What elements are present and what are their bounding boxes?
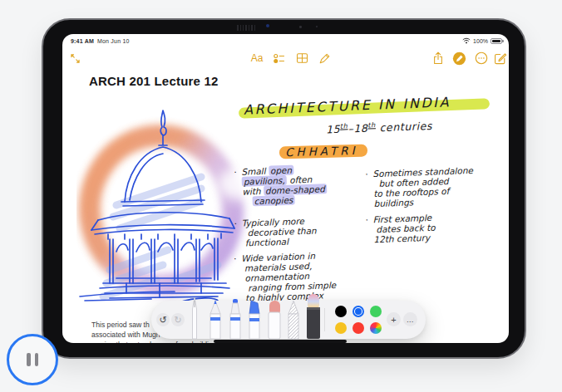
color-swatch-black[interactable]	[335, 306, 347, 317]
pause-icon	[27, 353, 31, 366]
markup-pen-icon	[318, 52, 331, 65]
note-title: ARCH 201 Lecture 12	[89, 74, 219, 88]
pause-icon	[35, 353, 39, 366]
table-button[interactable]	[294, 51, 309, 66]
status-time: 9:41 AM	[71, 38, 94, 44]
chhatri-sketch	[76, 107, 255, 306]
color-swatch-yellow[interactable]	[335, 322, 347, 334]
color-picker-rainbow[interactable]	[370, 322, 382, 334]
tool-highlighter[interactable]	[249, 301, 259, 339]
tool-monoline[interactable]	[230, 299, 240, 339]
bullet-decorative: · Typically more decorative than functio…	[241, 215, 317, 247]
color-swatch-green[interactable]	[370, 306, 382, 317]
checklist-icon	[273, 52, 285, 65]
battery-percent: 100%	[473, 38, 488, 44]
bullet-first-example: · First example dates back to 12th centu…	[372, 213, 436, 245]
share-icon	[432, 51, 444, 65]
color-swatch-blue-selected[interactable]	[352, 306, 364, 317]
bullet-standalone: · Sometimes standalone but often added t…	[372, 165, 474, 208]
home-indicator[interactable]	[214, 340, 347, 343]
front-camera	[266, 24, 269, 27]
add-tool-button[interactable]: +	[387, 312, 401, 326]
table-icon	[296, 52, 308, 64]
tool-lasso[interactable]	[288, 301, 298, 339]
undo-button[interactable]: ↺	[156, 313, 170, 326]
markup-button[interactable]	[317, 51, 332, 66]
note-subheading: 15th–18th centuries	[326, 120, 432, 136]
tool-eraser[interactable]	[269, 301, 280, 339]
sensor-dot	[316, 26, 318, 27]
share-button[interactable]	[431, 51, 446, 66]
status-date: Mon Jun 10	[97, 38, 130, 44]
tool-watercolor-crayon-selected[interactable]	[307, 294, 320, 339]
tool-pen[interactable]	[210, 300, 220, 339]
speaker-grille	[237, 25, 257, 31]
drawing-tool-palette: ↺ ↻	[151, 301, 426, 339]
wifi-icon	[462, 37, 471, 44]
pencil-active-button[interactable]	[451, 51, 466, 66]
format-icon: Aa	[251, 52, 264, 64]
checklist-button[interactable]	[271, 51, 286, 66]
more-options-button[interactable]	[474, 51, 489, 66]
notes-app-screen: 9:41 AMMon Jun 10 100% Aa	[62, 34, 509, 343]
text-format-button[interactable]: Aa	[249, 51, 264, 66]
undo-icon: ↺	[159, 315, 166, 326]
plus-icon: +	[391, 315, 396, 325]
pause-button[interactable]	[7, 334, 58, 385]
more-icon	[475, 51, 488, 65]
bullet-small-open-pavilions: · Small open pavilions, often with dome-…	[241, 164, 327, 207]
palette-more-button[interactable]: …	[403, 312, 417, 326]
redo-button[interactable]: ↻	[171, 313, 185, 326]
redo-icon: ↻	[174, 315, 181, 326]
collapse-sidebar-button[interactable]	[67, 51, 82, 66]
compose-button[interactable]	[493, 51, 508, 66]
section-heading: CHHATRI	[285, 144, 358, 159]
ellipsis-icon: …	[407, 316, 415, 324]
collapse-icon	[70, 53, 81, 64]
status-bar: 9:41 AMMon Jun 10 100%	[62, 34, 509, 47]
selected-color-dot	[355, 308, 362, 315]
sensor-dot	[299, 26, 302, 28]
palette-divider	[324, 308, 325, 331]
compose-icon	[494, 51, 507, 65]
battery-icon	[491, 38, 502, 44]
tool-fountain-pen[interactable]	[193, 297, 197, 339]
color-swatch-red[interactable]	[352, 322, 364, 334]
ipad-device: 9:41 AMMon Jun 10 100% Aa	[42, 18, 526, 359]
pencil-active-icon	[452, 51, 466, 66]
